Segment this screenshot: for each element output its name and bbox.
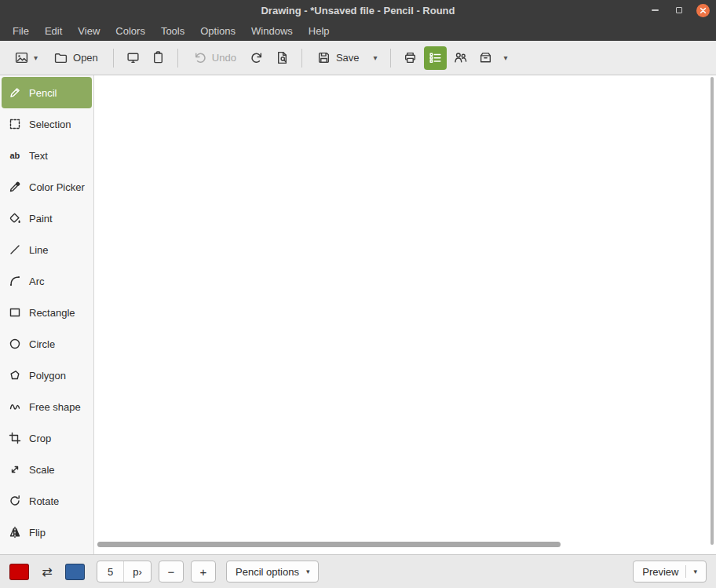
chevron-down-icon: ▾ [306, 568, 310, 575]
share-button[interactable] [449, 46, 472, 70]
chevron-down-icon: ▾ [34, 54, 38, 62]
drawing-canvas[interactable] [94, 75, 716, 554]
redo-icon [250, 51, 264, 64]
close-icon [700, 7, 707, 14]
menu-item-colors[interactable]: Colors [108, 20, 153, 41]
new-image-menubutton[interactable]: ▾ [8, 46, 45, 70]
sidebar-item-selection[interactable]: Selection [2, 108, 92, 140]
sidebar-item-label: Selection [29, 119, 71, 130]
increase-size-button[interactable]: + [191, 561, 216, 583]
box-icon [479, 51, 492, 64]
sidebar-item-free-shape[interactable]: Free shape [2, 391, 92, 422]
undo-icon [193, 51, 206, 64]
color1-swatch[interactable] [9, 564, 29, 580]
text-icon: ab [9, 149, 21, 162]
people-icon [454, 51, 467, 64]
undo-button[interactable]: Undo [186, 46, 243, 70]
vertical-scrollbar[interactable] [711, 77, 714, 545]
pencil-options-label: Pencil options [236, 566, 299, 578]
menu-item-edit[interactable]: Edit [37, 20, 70, 41]
save-label: Save [336, 52, 360, 64]
sidebar-item-label: Line [29, 244, 49, 256]
redo-button[interactable] [246, 46, 268, 70]
flip-icon [9, 526, 21, 539]
arc-icon [9, 275, 21, 287]
menu-item-file[interactable]: File [5, 20, 37, 41]
toolbar: ▾ Open Undo [0, 41, 716, 75]
sidebar-item-circle[interactable]: Circle [2, 328, 92, 360]
minimize-button[interactable] [648, 3, 662, 17]
sidebar-item-scale[interactable]: Scale [2, 454, 92, 485]
overflow-menubutton[interactable]: ▾ [499, 46, 513, 70]
sidebar-item-label: Free shape [29, 401, 81, 413]
menu-item-view[interactable]: View [70, 20, 108, 41]
sidebar-item-label: Flip [29, 527, 46, 539]
save-button[interactable]: Save [310, 46, 367, 70]
sidebar-item-crop[interactable]: Crop [2, 422, 92, 454]
free-shape-icon [9, 400, 21, 413]
tool-sidebar: PencilSelectionabTextColor PickerPaintLi… [0, 75, 94, 554]
restore-icon [676, 7, 682, 13]
plus-icon: + [200, 565, 207, 579]
sidebar-item-text[interactable]: abText [2, 140, 92, 171]
sidebar-item-rotate[interactable]: Rotate [2, 485, 92, 517]
tool-size-value[interactable]: 5 [97, 561, 123, 582]
open-button[interactable]: Open [47, 46, 105, 70]
svg-text:ab: ab [10, 151, 20, 160]
image-icon [15, 51, 28, 64]
preview-menubutton[interactable]: Preview ▾ [633, 561, 707, 583]
color2-swatch[interactable] [65, 564, 85, 580]
decrease-size-button[interactable]: − [159, 561, 184, 583]
save-options-menubutton[interactable]: ▾ [369, 46, 382, 70]
pencil-options-menubutton[interactable]: Pencil options ▾ [226, 561, 319, 583]
document-search-icon [276, 51, 289, 64]
archive-button[interactable] [474, 46, 497, 70]
monitor-icon [126, 51, 140, 64]
scale-icon [9, 463, 21, 476]
sidebar-item-line[interactable]: Line [2, 234, 92, 265]
printer-icon [404, 51, 417, 64]
print-button[interactable] [399, 46, 422, 70]
swap-arrows-icon: ⇄ [42, 564, 52, 579]
sidebar-item-arc[interactable]: Arc [2, 265, 92, 297]
restore-button[interactable] [672, 3, 686, 17]
screenshot-button[interactable] [122, 46, 144, 70]
preview-document-button[interactable] [271, 46, 294, 70]
rotate-icon [9, 495, 21, 507]
toolbar-separator [113, 49, 114, 68]
sidebar-item-label: Rotate [29, 495, 59, 507]
sidebar-item-paint[interactable]: Paint [2, 203, 92, 234]
menu-item-options[interactable]: Options [192, 20, 243, 41]
sidebar-item-label: Circle [29, 338, 55, 350]
paste-button[interactable] [147, 46, 170, 70]
sidebar-item-polygon[interactable]: Polygon [2, 360, 92, 391]
tool-options-toggle[interactable] [424, 46, 447, 70]
folder-icon [54, 51, 68, 64]
close-button[interactable] [696, 4, 710, 17]
horizontal-scrollbar[interactable] [97, 542, 561, 547]
crop-icon [9, 432, 21, 444]
toolbar-separator [301, 49, 302, 68]
sidebar-item-color-picker[interactable]: Color Picker [2, 171, 92, 203]
size-unit-label: p› [133, 566, 142, 578]
sidebar-item-label: Polygon [29, 370, 66, 382]
sidebar-item-label: Text [29, 150, 48, 162]
open-label: Open [73, 52, 98, 64]
undo-label: Undo [212, 52, 236, 64]
sidebar-item-pencil[interactable]: Pencil [2, 77, 92, 108]
chevron-down-icon: ▾ [504, 54, 508, 62]
chevron-down-icon: ▾ [693, 568, 697, 575]
options-bar: ⇄ 5 p› − + Pencil options ▾ Preview ▾ [0, 554, 716, 588]
app-window: Drawing - *Unsaved file - Pencil - Round… [0, 0, 716, 588]
exchange-colors-button[interactable]: ⇄ [36, 561, 58, 583]
sidebar-item-flip[interactable]: Flip [2, 517, 92, 548]
menu-item-windows[interactable]: Windows [243, 20, 301, 41]
menu-item-help[interactable]: Help [301, 20, 338, 41]
tool-size-menubutton[interactable]: p› [123, 561, 151, 582]
minimize-icon [652, 9, 659, 11]
menu-item-tools[interactable]: Tools [153, 20, 192, 41]
sidebar-item-rectangle[interactable]: Rectangle [2, 297, 92, 328]
paint-bucket-icon [9, 212, 21, 225]
window-title: Drawing - *Unsaved file - Pencil - Round [261, 5, 455, 16]
list-icon [429, 51, 442, 64]
